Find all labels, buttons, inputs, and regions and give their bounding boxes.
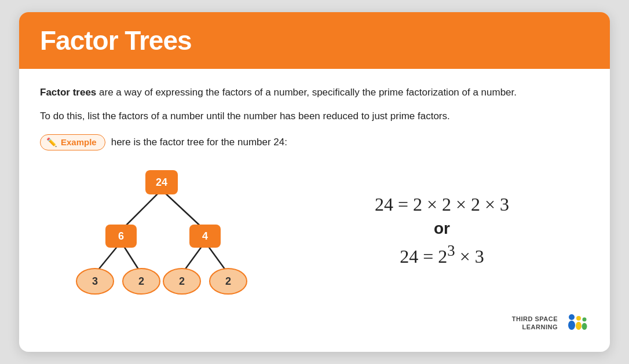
factor-tree-svg: 24 6 4 3 2 2 — [52, 161, 272, 300]
example-description: here is the factor tree for the number 2… — [111, 137, 287, 148]
page-title: Factor Trees — [40, 25, 589, 56]
card-header: Factor Trees — [19, 12, 610, 69]
node-3-label: 3 — [92, 275, 98, 287]
node-4-label: 4 — [202, 230, 208, 242]
svg-point-8 — [576, 316, 581, 321]
tsl-line2: LEARNING — [522, 323, 558, 330]
node-2a-label: 2 — [138, 275, 144, 287]
tsl-text: THIRD SPACE LEARNING — [512, 315, 558, 332]
svg-point-10 — [583, 317, 587, 321]
tsl-line1: THIRD SPACE — [512, 315, 558, 322]
svg-line-0 — [121, 190, 162, 230]
pencil-icon: ✏️ — [46, 137, 57, 148]
node-24-label: 24 — [156, 177, 167, 188]
tsl-logo-row: THIRD SPACE LEARNING — [40, 310, 589, 336]
equation-line1: 24 = 2 × 2 × 2 × 3 — [375, 190, 509, 218]
intro-rest: are a way of expressing the factors of a… — [96, 87, 517, 98]
second-paragraph: To do this, list the factors of a number… — [40, 109, 589, 124]
svg-point-9 — [576, 322, 582, 330]
svg-point-7 — [568, 321, 575, 330]
example-badge: ✏️ Example — [40, 134, 105, 150]
equation-line2: 24 = 23 × 3 — [400, 239, 484, 270]
node-2c-label: 2 — [225, 275, 231, 287]
equation-or: or — [434, 219, 450, 238]
intro-bold: Factor trees — [40, 87, 96, 98]
tree-area: 24 6 4 3 2 2 — [40, 161, 283, 300]
main-card: Factor Trees Factor trees are a way of e… — [19, 12, 610, 352]
example-row: ✏️ Example here is the factor tree for t… — [40, 134, 589, 150]
example-label: Example — [61, 137, 97, 147]
node-6-label: 6 — [118, 230, 124, 242]
intro-paragraph: Factor trees are a way of expressing the… — [40, 85, 589, 100]
equation-area: 24 = 2 × 2 × 2 × 3 or 24 = 23 × 3 — [283, 190, 589, 270]
node-2b-label: 2 — [179, 275, 185, 287]
tsl-icon — [564, 310, 589, 336]
svg-line-1 — [162, 190, 205, 230]
card-body: Factor trees are a way of expressing the… — [19, 69, 610, 352]
svg-point-11 — [582, 323, 587, 330]
svg-point-6 — [569, 314, 575, 320]
content-row: 24 6 4 3 2 2 — [40, 161, 589, 300]
